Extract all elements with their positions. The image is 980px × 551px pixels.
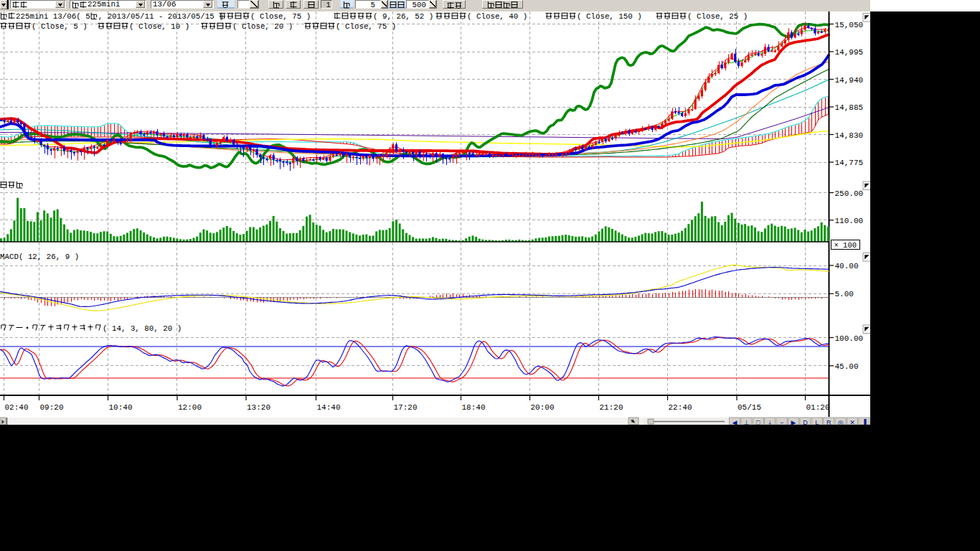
svg-text:05/15: 05/15 — [738, 403, 761, 412]
svg-text:13:20: 13:20 — [247, 403, 270, 412]
svg-text:22:40: 22:40 — [669, 403, 692, 412]
svg-text:( Close, 75 ): ( Close, 75 ) — [336, 22, 396, 31]
svg-text:▐: ▐ — [862, 418, 867, 425]
svg-text:14,940: 14,940 — [835, 76, 864, 85]
svg-text:02:40: 02:40 — [5, 403, 29, 412]
svg-text:R: R — [826, 419, 831, 425]
svg-text:⤓: ⤓ — [768, 419, 771, 425]
svg-text:▶: ▶ — [791, 419, 796, 425]
svg-text:−: − — [780, 419, 783, 425]
svg-text:14:40: 14:40 — [317, 403, 341, 412]
svg-text:( Close, 40 ): ( Close, 40 ) — [467, 12, 527, 21]
svg-text:45.00: 45.00 — [835, 362, 859, 371]
svg-text:( Close, 150 ): ( Close, 150 ) — [577, 12, 642, 21]
svg-text:18:40: 18:40 — [462, 403, 486, 412]
svg-text:× 100: × 100 — [834, 241, 857, 250]
svg-text:14,885: 14,885 — [835, 103, 864, 112]
svg-text:◎: ◎ — [838, 419, 844, 425]
svg-text:14,775: 14,775 — [835, 159, 864, 167]
svg-text:◀: ◀ — [732, 419, 738, 425]
svg-text:✕: ✕ — [849, 419, 855, 425]
svg-text:250.00: 250.00 — [835, 189, 864, 198]
svg-text:40.00: 40.00 — [835, 262, 859, 270]
svg-text:( Close, 25 ): ( Close, 25 ) — [687, 12, 748, 21]
svg-text:15,050: 15,050 — [835, 21, 864, 29]
svg-text:225mini 13/06( 5: 225mini 13/06( 5 — [16, 12, 90, 21]
svg-text:17:20: 17:20 — [394, 403, 418, 412]
svg-text:01:20: 01:20 — [806, 403, 830, 412]
svg-text:( Close, 5 ): ( Close, 5 ) — [32, 22, 88, 31]
svg-text:20:00: 20:00 — [531, 403, 555, 412]
svg-text:21:20: 21:20 — [600, 403, 623, 412]
svg-text:( Close, 75 ): ( Close, 75 ) — [250, 12, 311, 21]
svg-text:100.00: 100.00 — [835, 334, 864, 343]
svg-text:( Close, 10 ): ( Close, 10 ) — [129, 22, 189, 31]
svg-text:12:00: 12:00 — [178, 403, 202, 412]
svg-text:⊥: ⊥ — [743, 419, 749, 425]
svg-text:□: □ — [756, 419, 760, 425]
svg-text:09:20: 09:20 — [40, 403, 64, 412]
svg-text:D: D — [803, 419, 808, 425]
svg-text:14,830: 14,830 — [835, 131, 864, 140]
svg-text:5.00: 5.00 — [835, 290, 854, 298]
svg-text:L: L — [815, 419, 819, 425]
svg-text:, 2013/05/11 - 2013/05/15 ): , 2013/05/11 - 2013/05/15 ) — [98, 12, 224, 21]
svg-text:14,995: 14,995 — [835, 48, 864, 57]
svg-text:( Close, 20 ): ( Close, 20 ) — [232, 22, 293, 31]
svg-text:10:40: 10:40 — [109, 403, 133, 412]
svg-text:110.00: 110.00 — [835, 217, 864, 225]
svg-text:( 14, 3, 80, 20 ): ( 14, 3, 80, 20 ) — [103, 324, 182, 333]
svg-text:( 9, 26, 52 ): ( 9, 26, 52 ) — [373, 12, 433, 21]
svg-text:MACD( 12, 26, 9 ): MACD( 12, 26, 9 ) — [0, 253, 79, 261]
